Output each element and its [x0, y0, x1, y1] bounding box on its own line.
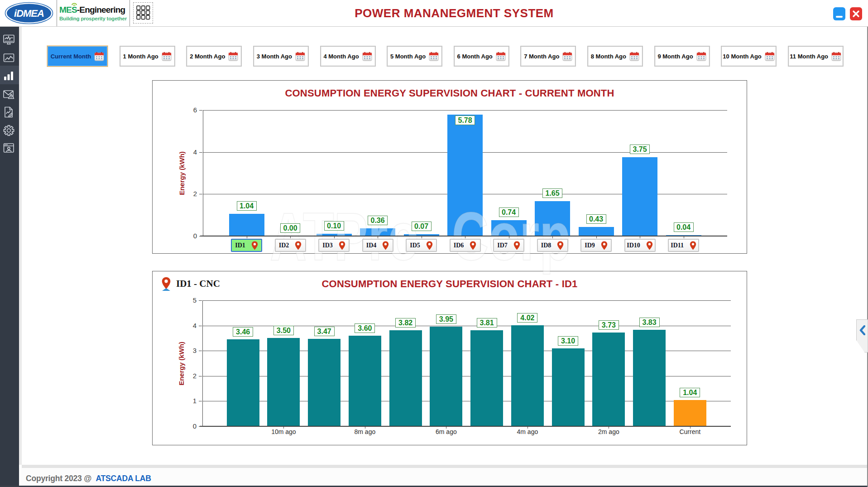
svg-text:iDMEA: iDMEA [14, 8, 44, 19]
